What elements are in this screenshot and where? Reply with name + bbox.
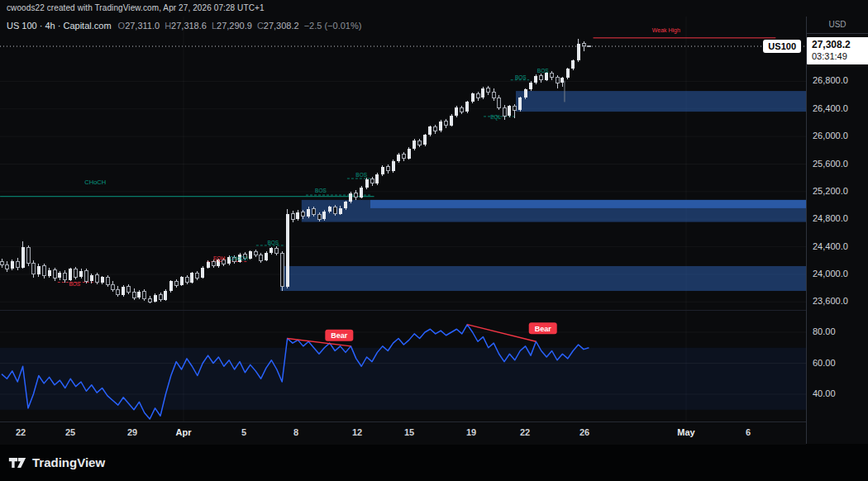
time-tick: 29 bbox=[127, 427, 137, 437]
time-tick: 25 bbox=[65, 427, 75, 437]
time-tick: Apr bbox=[176, 427, 192, 437]
price-tick: 26,800.0 bbox=[813, 75, 848, 85]
tradingview-logo-text: TradingView bbox=[32, 455, 105, 469]
rsi-panel bbox=[0, 325, 806, 419]
symbol-title: US 100 · 4h · Capital.com bbox=[7, 21, 112, 31]
time-tick: 26 bbox=[579, 427, 589, 437]
svg-text:EQH: EQH bbox=[213, 255, 225, 262]
price-tick: 25,200.0 bbox=[813, 186, 848, 196]
time-tick: 5 bbox=[241, 427, 246, 437]
price-axis[interactable]: USD 26,800.026,400.026,000.025,600.025,2… bbox=[806, 17, 868, 444]
price-tick: 25,600.0 bbox=[813, 159, 848, 169]
svg-text:CHoCH: CHoCH bbox=[230, 255, 249, 261]
rsi-tick: 60.00 bbox=[813, 358, 836, 368]
price-tick: 23,600.0 bbox=[813, 296, 848, 306]
rsi-tick: 40.00 bbox=[813, 388, 836, 398]
weak-high-annotation: Weak High bbox=[594, 27, 776, 38]
last-price-label: 27,308.2 03:31:49 bbox=[807, 37, 868, 64]
svg-text:BOS: BOS bbox=[69, 281, 80, 287]
price-tick: 26,400.0 bbox=[813, 103, 848, 113]
svg-text:BOS: BOS bbox=[315, 188, 327, 193]
time-tick: 19 bbox=[466, 427, 476, 437]
svg-text:Weak High: Weak High bbox=[652, 27, 680, 34]
time-axis[interactable]: 222529Apr581215192226May6 bbox=[0, 421, 806, 445]
svg-text:BOS: BOS bbox=[537, 68, 549, 74]
svg-text:CHoCH: CHoCH bbox=[84, 179, 106, 186]
time-tick: 15 bbox=[404, 427, 414, 437]
svg-text:Bear: Bear bbox=[535, 325, 552, 333]
symbol-price-badge: US100 bbox=[763, 40, 801, 53]
time-tick: 6 bbox=[746, 427, 751, 437]
ohlc-high: H27,318.6 bbox=[165, 21, 207, 31]
tradingview-logo[interactable]: TradingView bbox=[8, 455, 105, 471]
time-tick: May bbox=[677, 427, 694, 437]
time-tick: 8 bbox=[293, 427, 298, 437]
price-tick: 24,000.0 bbox=[813, 269, 848, 279]
tradingview-chart-screen: cwoods22 created with TradingView.com, A… bbox=[0, 0, 868, 481]
svg-text:BOS: BOS bbox=[515, 74, 527, 80]
supply-demand-zones bbox=[280, 91, 806, 291]
bar-countdown: 03:31:49 bbox=[812, 51, 868, 62]
chart-canvas[interactable]: Weak HighCHoCHBOSEQHCHoCHBOSBOSBOSEQLBOS… bbox=[0, 0, 806, 444]
price-tick: 26,000.0 bbox=[813, 131, 848, 140]
footer-bar: TradingView bbox=[0, 444, 868, 481]
rsi-tick: 80.00 bbox=[813, 326, 836, 336]
svg-text:Bear: Bear bbox=[331, 331, 348, 340]
watermark-text: cwoods22 created with TradingView.com, A… bbox=[7, 3, 265, 12]
currency-button[interactable]: USD bbox=[807, 17, 868, 34]
candlestick-series bbox=[0, 39, 590, 303]
tradingview-logo-icon bbox=[8, 455, 26, 471]
svg-text:BOS: BOS bbox=[355, 172, 367, 178]
svg-text:BOS: BOS bbox=[267, 240, 279, 245]
time-tick: 22 bbox=[520, 427, 530, 437]
ohlc-open: O27,311.0 bbox=[118, 21, 160, 31]
price-change: −2.5 (−0.01%) bbox=[304, 21, 362, 31]
ohlc-low: L27,290.9 bbox=[212, 21, 252, 31]
time-tick: 22 bbox=[16, 427, 26, 437]
time-tick: 12 bbox=[352, 427, 362, 437]
ohlc-close: C27,308.2 bbox=[257, 21, 299, 31]
chart-legend: US 100 · 4h · Capital.com O27,311.0 H27,… bbox=[7, 21, 361, 31]
price-tick: 24,400.0 bbox=[813, 241, 848, 251]
svg-text:EQL: EQL bbox=[490, 114, 501, 121]
structure-labels: CHoCHBOSEQHCHoCHBOSBOSBOSEQLBOSBOS bbox=[69, 68, 549, 287]
last-price-value: 27,308.2 bbox=[812, 39, 868, 50]
price-tick: 24,800.0 bbox=[813, 213, 848, 223]
